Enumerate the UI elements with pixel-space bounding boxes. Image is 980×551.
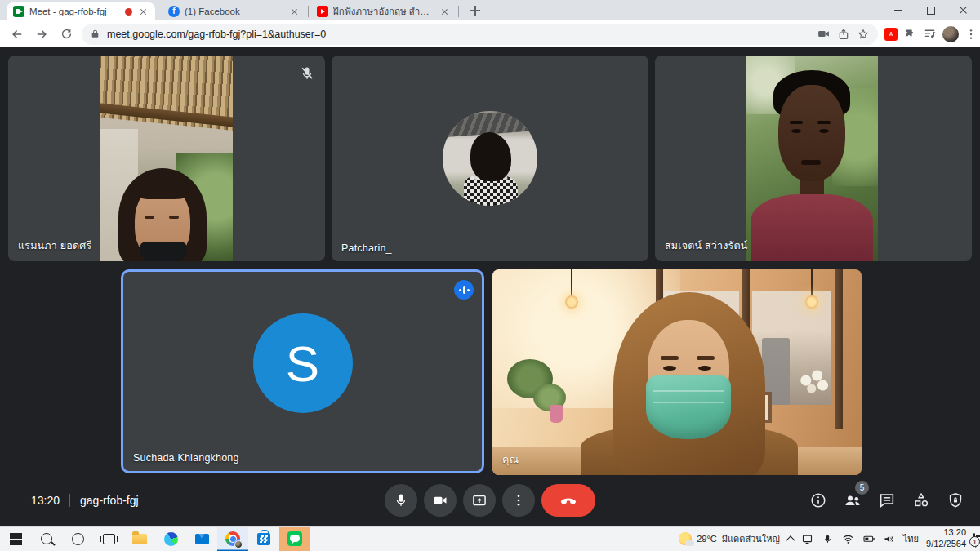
microsoft-store-button[interactable] — [248, 527, 279, 551]
participant-tile-somjet[interactable]: สมเจตน์ สว่างรัตน์ — [655, 56, 972, 261]
shield-lock-icon — [947, 491, 964, 509]
window-controls — [882, 0, 980, 20]
address-bar[interactable]: meet.google.com/gag-rfob-fgj?pli=1&authu… — [82, 24, 878, 45]
microphone-tray-icon[interactable] — [822, 532, 835, 545]
mic-icon — [393, 492, 409, 509]
tab-close-icon[interactable] — [288, 6, 300, 17]
participants-count-badge: 5 — [855, 481, 869, 495]
chrome-icon — [225, 531, 240, 546]
taskbar-clock[interactable]: 13:20 9/12/2564 — [926, 527, 966, 550]
media-controls-icon[interactable] — [923, 27, 937, 41]
screen: Meet - gag-rfob-fgj f (1) Facebook ฝึกฟั… — [0, 0, 980, 551]
bookmark-star-icon[interactable] — [857, 28, 870, 41]
hidden-icons-chevron[interactable] — [786, 535, 795, 544]
task-view-button[interactable] — [93, 527, 124, 551]
line-app-button[interactable] — [279, 527, 310, 551]
tab-title: Meet - gag-rfob-fgj — [29, 7, 120, 16]
chat-button[interactable] — [877, 491, 897, 510]
language-indicator[interactable]: ไทย — [903, 531, 919, 546]
volume-tray-icon[interactable] — [883, 532, 896, 545]
weather-temp: 29°C — [697, 534, 717, 544]
chat-icon — [878, 491, 896, 509]
participant-video — [746, 56, 878, 261]
windows-logo-icon — [10, 533, 22, 545]
meet-favicon-icon — [13, 6, 24, 17]
tab-close-icon[interactable] — [439, 6, 450, 17]
meeting-code: gag-rfob-fgj — [80, 494, 139, 507]
activities-button[interactable] — [911, 491, 931, 510]
end-call-icon — [559, 491, 578, 510]
mic-button[interactable] — [385, 484, 417, 517]
facebook-favicon-icon: f — [168, 6, 180, 17]
more-options-button[interactable] — [502, 484, 535, 517]
mail-button[interactable] — [186, 527, 217, 551]
activities-icon — [912, 491, 930, 509]
weather-desc: มีแดดส่วนใหญ่ — [722, 531, 780, 546]
participant-tile-ramnapha[interactable]: แรมนภา ยอดศรี — [8, 56, 325, 261]
browser-toolbar: meet.google.com/gag-rfob-fgj?pli=1&authu… — [0, 20, 980, 47]
tab-separator — [308, 6, 309, 17]
divider — [69, 494, 70, 507]
action-center-button[interactable]: 1 — [973, 534, 975, 544]
camera-in-use-icon[interactable] — [817, 27, 831, 41]
mic-muted-icon — [299, 65, 315, 85]
browser-menu-icon[interactable] — [964, 28, 978, 41]
tab-facebook[interactable]: f (1) Facebook — [162, 2, 306, 20]
tab-youtube[interactable]: ฝึกฟังภาษาอังกฤษ สำหรับผู้เริ่มต้น ในช — [310, 2, 457, 20]
file-explorer-button[interactable] — [124, 527, 155, 551]
search-icon — [41, 533, 52, 544]
weather-sun-icon — [679, 532, 692, 545]
minimize-button[interactable] — [882, 0, 915, 20]
mail-icon — [195, 534, 209, 544]
more-dots-icon — [511, 493, 526, 508]
taskbar-search-button[interactable] — [31, 527, 62, 551]
start-button[interactable] — [0, 527, 31, 551]
new-tab-button[interactable] — [466, 1, 485, 20]
line-icon — [287, 531, 302, 546]
host-controls-button[interactable] — [946, 491, 965, 510]
edge-button[interactable] — [155, 527, 186, 551]
profile-avatar[interactable] — [942, 26, 959, 42]
forward-button[interactable] — [31, 24, 52, 45]
participant-tile-patcharin[interactable]: Patcharin_ — [332, 56, 648, 261]
browser-tabstrip: Meet - gag-rfob-fgj f (1) Facebook ฝึกฟั… — [0, 0, 980, 20]
share-icon[interactable] — [837, 28, 850, 41]
present-button[interactable] — [463, 484, 496, 517]
youtube-favicon-icon — [317, 6, 328, 17]
back-button[interactable] — [7, 24, 28, 45]
tab-meet[interactable]: Meet - gag-rfob-fgj — [7, 2, 155, 20]
url-text: meet.google.com/gag-rfob-fgj?pli=1&authu… — [107, 29, 810, 40]
maximize-button[interactable] — [915, 0, 947, 20]
windows-taskbar: 29°C มีแดดส่วนใหญ่ ไทย 13:20 9/12/ — [0, 526, 980, 551]
participants-button[interactable]: 5 — [843, 491, 862, 510]
participant-tile-suchada-active-speaker[interactable]: S Suchada Khlangkhong — [121, 269, 484, 473]
close-button[interactable] — [947, 0, 980, 20]
participant-avatar — [443, 111, 537, 206]
cortana-button[interactable] — [62, 527, 93, 551]
battery-tray-icon[interactable] — [862, 532, 875, 545]
task-view-icon — [103, 534, 115, 544]
camera-button[interactable] — [424, 484, 457, 517]
end-call-button[interactable] — [541, 484, 595, 517]
tab-close-icon[interactable] — [137, 6, 149, 17]
notification-count-badge: 1 — [969, 536, 980, 547]
weather-widget[interactable]: 29°C มีแดดส่วนใหญ่ — [679, 531, 780, 546]
chrome-button-active[interactable] — [217, 527, 248, 551]
edge-icon — [164, 532, 178, 546]
participant-name: คุณ — [502, 451, 519, 468]
wifi-tray-icon[interactable] — [842, 532, 855, 545]
extensions-puzzle-icon[interactable] — [903, 27, 917, 41]
tab-separator — [458, 6, 459, 17]
reload-button[interactable] — [56, 24, 77, 45]
meeting-time: 13:20 — [31, 494, 60, 507]
adobe-acrobat-extension-icon[interactable] — [884, 28, 898, 41]
participant-name: สมเจตน์ สว่างรัตน์ — [665, 238, 748, 254]
meeting-details-button[interactable] — [808, 491, 828, 510]
info-icon — [809, 491, 827, 509]
participant-tile-you[interactable]: คุณ — [492, 269, 862, 475]
display-tray-icon[interactable] — [801, 532, 814, 545]
cortana-icon — [72, 533, 84, 545]
tab-title: (1) Facebook — [185, 7, 283, 16]
present-icon — [471, 492, 488, 509]
participant-name: แรมนภา ยอดศรี — [18, 238, 91, 254]
